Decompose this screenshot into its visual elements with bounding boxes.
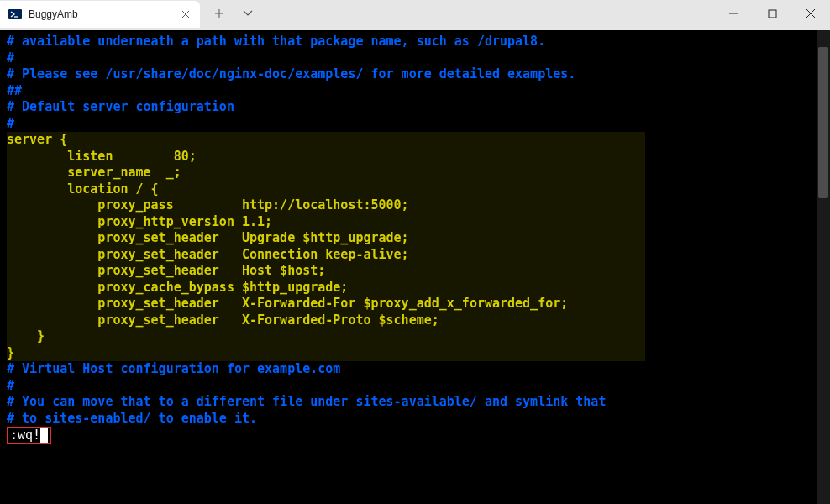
terminal-line: ##: [7, 83, 823, 100]
terminal-line: # available underneath a path with that …: [7, 34, 823, 50]
terminal-line: listen 80;: [7, 149, 823, 165]
tab-actions: [205, 0, 262, 27]
terminal-line: # Please see /usr/share/doc/nginx-doc/ex…: [7, 66, 823, 83]
terminal-line: #: [7, 50, 823, 67]
tab-title: BuggyAmb: [29, 8, 173, 20]
svg-rect-7: [769, 10, 776, 18]
terminal-line: proxy_set_header Connection keep-alive;: [7, 247, 823, 264]
terminal-line: }: [7, 328, 823, 345]
terminal-line: location / {: [7, 181, 823, 198]
scrollbar-thumb[interactable]: [818, 47, 828, 198]
terminal-line: proxy_set_header Upgrade $http_upgrade;: [7, 230, 823, 247]
dropdown-button[interactable]: [234, 0, 262, 27]
terminal-line: proxy_set_header X-Forwarded-Proto $sche…: [7, 312, 823, 329]
new-tab-button[interactable]: [205, 0, 234, 27]
terminal-line: server_name _;: [7, 165, 823, 181]
terminal-line: }: [7, 345, 823, 362]
title-bar: BuggyAmb: [0, 0, 830, 30]
terminal-line: # Virtual Host configuration for example…: [7, 361, 823, 378]
terminal-pane[interactable]: # available underneath a path with that …: [0, 30, 830, 504]
powershell-icon: [8, 8, 22, 21]
terminal-line: proxy_pass http://localhost:5000;: [7, 197, 823, 214]
terminal-line: # to sites-enabled/ to enable it.: [7, 411, 823, 428]
terminal-line: # You can move that to a different file …: [7, 394, 823, 411]
terminal-line: proxy_set_header X-Forwarded-For $proxy_…: [7, 296, 823, 312]
maximize-button[interactable]: [753, 0, 791, 27]
close-window-button[interactable]: [791, 0, 830, 27]
terminal-line: proxy_http_version 1.1;: [7, 214, 823, 231]
terminal-line: server {: [7, 132, 823, 149]
terminal-line: # Default server configuration: [7, 99, 823, 116]
terminal-line: proxy_set_header Host $host;: [7, 263, 823, 280]
window-controls: [714, 0, 830, 27]
terminal-line: #: [7, 116, 823, 133]
tab-active[interactable]: BuggyAmb: [0, 1, 200, 28]
minimize-button[interactable]: [714, 0, 753, 27]
tab-close-button[interactable]: [180, 8, 192, 20]
terminal-line: #: [7, 378, 823, 395]
scrollbar-vertical[interactable]: [817, 30, 830, 504]
terminal-line: proxy_cache_bypass $http_upgrade;: [7, 280, 823, 297]
vim-command-line[interactable]: :wq!: [7, 427, 823, 444]
